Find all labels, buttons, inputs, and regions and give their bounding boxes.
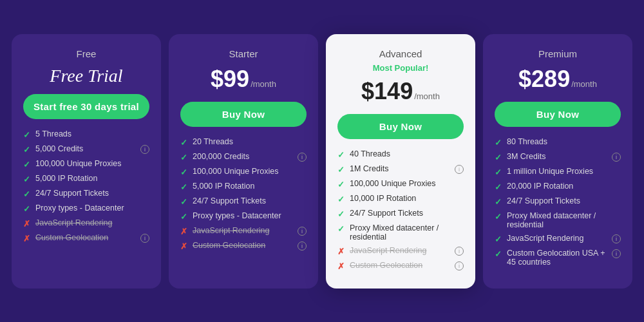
cross-icon: ✗ (23, 234, 32, 243)
premium-feature-row-6: JavaScript Renderingi (507, 234, 621, 243)
premium-feature-4: ✓24/7 Support Tickets (495, 196, 621, 207)
check-icon: ✓ (23, 130, 32, 140)
premium-feature-row-7: Custom Geolocation USA + 45 countriesi (507, 249, 621, 267)
premium-feature-text-4: 24/7 Support Tickets (507, 196, 621, 205)
premium-feature-0: ✓80 Threads (495, 137, 621, 147)
starter-feature-0: ✓20 Threads (180, 137, 307, 147)
premium-feature-row-1: 3M Creditsi (507, 152, 621, 162)
starter-feature-text-1: 200,000 Credits (193, 152, 295, 161)
advanced-features-list: ✓40 Threads✓1M Creditsi✓100,000 Unique P… (337, 149, 464, 276)
starter-title: Starter (180, 48, 307, 59)
free-feature-7: ✗Custom Geolocationi (23, 233, 149, 243)
starter-feature-4: ✓24/7 Support Tickets (180, 196, 307, 207)
premium-feature-text-3: 20,000 IP Rotation (507, 182, 621, 191)
pricing-container: FreeFree TrialStart free 30 days trial✓5… (0, 21, 644, 301)
premium-buy-button[interactable]: Buy Now (495, 102, 621, 127)
advanced-feature-6: ✗JavaScript Renderingi (337, 246, 464, 256)
starter-feature-row-5: Proxy types - Datacenter (193, 211, 307, 220)
check-icon: ✓ (180, 182, 189, 192)
starter-price-row: $99/month (180, 66, 307, 93)
advanced-feature-1: ✓1M Creditsi (337, 164, 464, 175)
check-icon: ✓ (337, 150, 346, 160)
info-icon[interactable]: i (298, 227, 307, 236)
info-icon[interactable]: i (612, 249, 621, 258)
starter-buy-button[interactable]: Buy Now (180, 102, 307, 127)
free-features-list: ✓5 Threads✓5,000 Creditsi✓100,000 Unique… (23, 129, 149, 276)
premium-feature-text-6: JavaScript Rendering (507, 234, 609, 243)
premium-features-list: ✓80 Threads✓3M Creditsi✓1 million Unique… (495, 137, 621, 276)
check-icon: ✓ (180, 197, 189, 207)
premium-feature-2: ✓1 million Unique Proxies (495, 167, 621, 177)
premium-feature-row-2: 1 million Unique Proxies (507, 167, 621, 176)
starter-feature-row-6: JavaScript Renderingi (193, 226, 307, 236)
check-icon: ✓ (180, 167, 189, 177)
premium-feature-text-7: Custom Geolocation USA + 45 countries (507, 249, 609, 267)
card-free: FreeFree TrialStart free 30 days trial✓5… (12, 34, 161, 289)
premium-price-period: /month (571, 79, 597, 89)
info-icon[interactable]: i (298, 242, 307, 251)
info-icon[interactable]: i (455, 247, 464, 256)
free-feature-row-0: 5 Threads (35, 129, 149, 138)
starter-feature-6: ✗JavaScript Renderingi (180, 226, 307, 236)
check-icon: ✓ (23, 160, 32, 169)
free-feature-row-3: 5,000 IP Rotation (35, 174, 149, 183)
advanced-feature-row-7: Custom Geolocationi (350, 261, 464, 270)
advanced-feature-3: ✓10,000 IP Rotation (337, 194, 464, 204)
starter-feature-text-3: 5,000 IP Rotation (193, 182, 307, 191)
info-icon[interactable]: i (298, 153, 307, 162)
check-icon: ✓ (23, 145, 32, 155)
premium-feature-5: ✓Proxy Mixed datacenter / residential (495, 211, 621, 229)
free-feature-2: ✓100,000 Unique Proxies (23, 159, 149, 169)
advanced-feature-text-0: 40 Threads (350, 149, 464, 158)
starter-feature-row-2: 100,000 Unique Proxies (193, 167, 307, 176)
premium-feature-row-3: 20,000 IP Rotation (507, 182, 621, 191)
starter-feature-2: ✓100,000 Unique Proxies (180, 167, 307, 177)
card-advanced: AdvancedMost Popular!$149/monthBuy Now✓4… (326, 34, 475, 289)
info-icon[interactable]: i (612, 153, 621, 162)
advanced-feature-7: ✗Custom Geolocationi (337, 261, 464, 271)
advanced-feature-2: ✓100,000 Unique Proxies (337, 179, 464, 189)
premium-feature-text-1: 3M Credits (507, 152, 609, 161)
info-icon[interactable]: i (455, 261, 464, 270)
info-icon[interactable]: i (455, 165, 464, 174)
info-icon[interactable]: i (612, 234, 621, 243)
advanced-feature-text-4: 24/7 Support Tickets (350, 209, 464, 218)
card-premium: Premium$289/monthBuy Now✓80 Threads✓3M C… (483, 34, 632, 289)
advanced-feature-row-0: 40 Threads (350, 149, 464, 158)
info-icon[interactable]: i (140, 145, 149, 154)
card-starter: Starter$99/monthBuy Now✓20 Threads✓200,0… (169, 34, 318, 289)
check-icon: ✓ (337, 180, 346, 189)
check-icon: ✓ (337, 165, 346, 175)
advanced-feature-0: ✓40 Threads (337, 149, 464, 160)
cross-icon: ✗ (337, 247, 346, 256)
free-buy-button[interactable]: Start free 30 days trial (23, 94, 149, 119)
premium-feature-7: ✓Custom Geolocation USA + 45 countriesi (495, 249, 621, 267)
advanced-feature-row-3: 10,000 IP Rotation (350, 194, 464, 203)
starter-feature-row-7: Custom Geolocationi (193, 241, 307, 251)
starter-feature-text-2: 100,000 Unique Proxies (193, 167, 307, 176)
free-feature-text-5: Proxy types - Datacenter (35, 204, 149, 213)
free-feature-6: ✗JavaScript Rendering (23, 218, 149, 229)
advanced-buy-button[interactable]: Buy Now (337, 114, 464, 139)
cross-icon: ✗ (180, 227, 189, 236)
premium-feature-row-5: Proxy Mixed datacenter / residential (507, 211, 621, 229)
free-feature-3: ✓5,000 IP Rotation (23, 174, 149, 184)
check-icon: ✓ (180, 138, 189, 147)
free-feature-row-5: Proxy types - Datacenter (35, 204, 149, 213)
free-feature-row-4: 24/7 Support Tickets (35, 189, 149, 198)
premium-feature-1: ✓3M Creditsi (495, 152, 621, 162)
check-icon: ✓ (495, 182, 504, 192)
info-icon[interactable]: i (140, 234, 149, 243)
advanced-feature-4: ✓24/7 Support Tickets (337, 209, 464, 219)
free-feature-1: ✓5,000 Creditsi (23, 144, 149, 155)
check-icon: ✓ (23, 204, 32, 214)
advanced-title: Advanced (337, 48, 464, 59)
premium-title: Premium (495, 48, 621, 59)
free-feature-text-1: 5,000 Credits (35, 144, 138, 153)
free-feature-row-6: JavaScript Rendering (35, 218, 149, 227)
free-feature-row-7: Custom Geolocationi (35, 233, 149, 243)
premium-feature-text-0: 80 Threads (507, 137, 621, 146)
check-icon: ✓ (337, 224, 346, 234)
advanced-feature-text-6: JavaScript Rendering (350, 246, 452, 255)
advanced-feature-row-5: Proxy Mixed datacenter / residential (350, 223, 464, 242)
